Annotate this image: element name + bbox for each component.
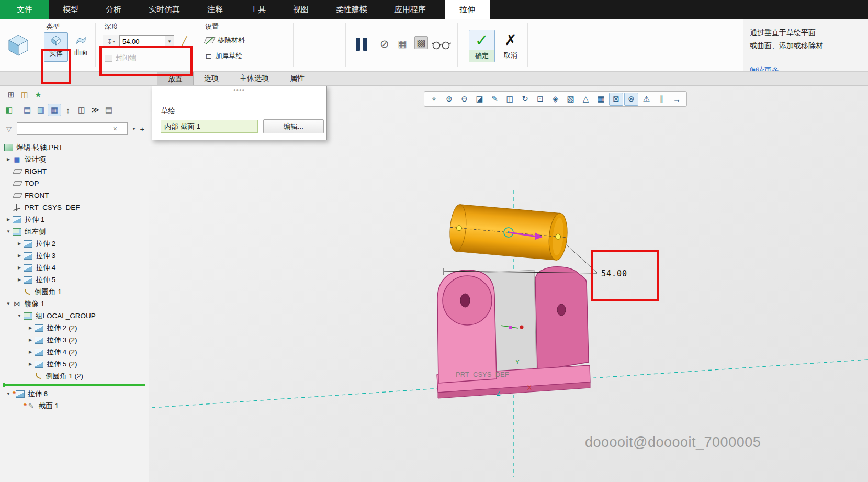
edit-sketch-button[interactable]: 编辑... (263, 119, 324, 133)
expand-arrow-icon[interactable]: ▶ (15, 277, 24, 282)
tree-item[interactable]: ▼⋈镜像 1 (0, 298, 149, 310)
expand-arrow-icon[interactable]: ▶ (15, 265, 24, 270)
tree-columns-icon[interactable]: ⊞ (4, 88, 18, 101)
read-more-link[interactable]: 阅读更多... (750, 64, 785, 71)
filter-clear-icon[interactable]: × (113, 125, 117, 133)
capture-icon[interactable]: ⊡ (533, 93, 547, 106)
zoom-in-icon[interactable]: ⊕ (442, 93, 456, 106)
scene-icon[interactable]: ▦ (594, 93, 608, 106)
overflow-chevron-icon[interactable]: ≫ (88, 104, 102, 116)
pause-icon[interactable]: ∥ (655, 93, 669, 106)
expand-arrow-icon[interactable]: ▼ (15, 313, 24, 318)
spin-center-icon[interactable]: ↻ (518, 93, 532, 106)
simulate-display-icon[interactable]: △ (579, 93, 593, 106)
tree-item[interactable]: **✎截面 1 (0, 400, 149, 412)
list-view-icon[interactable]: ▤ (20, 104, 34, 116)
menu-tab-3[interactable]: 分析 (92, 0, 135, 19)
tree-item[interactable]: ▶拉伸 3 (0, 250, 149, 262)
tree-item[interactable]: PRT_CSYS_DEF (0, 201, 149, 214)
thicken-sketch-toggle[interactable]: ⊏ 加厚草绘 (205, 51, 243, 61)
menu-tab-2[interactable]: 模型 (49, 0, 92, 19)
tree-item[interactable]: 倒圆角 1 (2) (0, 370, 149, 382)
graphics-canvas[interactable]: 54.00 Y X Z PRT_CSYS_DEF (149, 86, 868, 482)
expand-arrow-icon[interactable]: ▶ (4, 157, 13, 162)
tree-item[interactable]: ▶拉伸 4 (2) (0, 346, 149, 358)
pause-feature-button[interactable] (356, 38, 367, 51)
drag-handle-left[interactable] (456, 225, 462, 231)
zoom-refit-icon[interactable]: ⌖ (427, 93, 441, 106)
resume-icon[interactable]: → (670, 93, 684, 106)
expand-arrow-icon[interactable]: ▼ (4, 391, 13, 396)
drag-handle-right[interactable] (555, 234, 561, 240)
dashboard-tab-3[interactable]: 主体选项 (229, 72, 279, 85)
panel-drag-handle[interactable]: •••• (152, 87, 326, 93)
tree-item[interactable]: RIGHT (0, 165, 149, 177)
tree-item[interactable]: ▼组LOCAL_GROUP (0, 310, 149, 322)
model-display-icon[interactable]: ◧ (2, 104, 16, 116)
dashboard-tab-1[interactable]: 放置 (157, 72, 194, 85)
tree-item[interactable]: ▶拉伸 5 (2) (0, 358, 149, 370)
tree-item[interactable]: ▶拉伸 2 (0, 238, 149, 250)
layers-icon[interactable]: ◫ (18, 88, 31, 101)
bracket-model[interactable] (437, 267, 590, 398)
detail-list-icon[interactable]: ▥ (34, 104, 48, 116)
zoom-out-icon[interactable]: ⊖ (457, 93, 471, 106)
tree-item[interactable]: 倒圆角 1 (0, 286, 149, 298)
flip-direction-icon[interactable]: ╱ (177, 35, 191, 48)
display-style-icon[interactable]: ◫ (503, 93, 517, 106)
expand-arrow-icon[interactable]: ▼ (4, 301, 13, 306)
tree-item[interactable]: FRONT (0, 189, 149, 201)
menu-tab-7[interactable]: 视图 (279, 0, 322, 19)
insert-here-indicator[interactable] (3, 384, 145, 386)
expand-arrow-icon[interactable]: ▶ (26, 338, 35, 342)
columns-icon[interactable]: ◫ (75, 104, 88, 116)
repaint-icon[interactable]: ◪ (472, 93, 487, 106)
tree-item[interactable]: ▼**拉伸 6 (0, 388, 149, 400)
clip-icon[interactable]: ⊗ (624, 93, 638, 106)
sort-icon[interactable]: ↕ (61, 104, 75, 116)
graphics-area[interactable]: ⌖⊕⊖◪✎◫↻⊡◈▧△▦⊠⊗⚠∥→ (149, 86, 868, 482)
menu-tab-4[interactable]: 实时仿真 (135, 0, 194, 19)
expand-arrow-icon[interactable]: ▶ (4, 217, 13, 222)
no-preview-icon[interactable]: ⊘ (380, 38, 389, 50)
depth-option-button[interactable]: ↧▾ (103, 35, 119, 48)
confirm-button[interactable]: ✓ 确定 (469, 30, 495, 62)
cancel-button[interactable]: ✗ 取消 (498, 31, 523, 61)
tree-item[interactable]: ▶拉伸 5 (0, 274, 149, 286)
surface-type-button[interactable]: 曲面 (69, 32, 93, 62)
preview-geometry-icon[interactable]: ▩ (414, 36, 428, 49)
tree-item[interactable]: ▶拉伸 3 (2) (0, 334, 149, 346)
sketch-display-icon[interactable]: ▧ (563, 93, 578, 106)
dashboard-tab-2[interactable]: 选项 (194, 72, 229, 85)
remove-material-toggle[interactable]: 移除材料 (205, 36, 245, 45)
tree-item[interactable]: ▶拉伸 1 (0, 214, 149, 226)
favorites-icon[interactable]: ★ (31, 88, 45, 101)
expand-arrow-icon[interactable]: ▶ (26, 326, 35, 330)
expand-arrow-icon[interactable]: ▶ (15, 253, 24, 258)
sketch-reference-field[interactable]: 内部 截面 1 (161, 120, 258, 133)
verify-icon[interactable]: ▦ (398, 38, 407, 50)
filter-add-icon[interactable]: + (138, 125, 146, 133)
expand-arrow-icon[interactable]: ▶ (26, 350, 35, 354)
menu-tab-8[interactable]: 柔性建模 (322, 0, 381, 19)
menu-tab-5[interactable]: 注释 (194, 0, 236, 19)
tree-item[interactable]: ▶▦设计项 (0, 153, 149, 165)
bracket-right-hole[interactable] (557, 304, 566, 316)
annotate-icon[interactable]: ✎ (488, 93, 502, 106)
bracket-left-hole[interactable] (460, 294, 470, 307)
tree-filter-input[interactable] (17, 122, 128, 135)
menu-tab-6[interactable]: 工具 (236, 0, 279, 19)
filter-dropdown-icon[interactable]: ▾ (130, 126, 138, 131)
tree-item[interactable]: ▶拉伸 2 (2) (0, 322, 149, 334)
expand-arrow-icon[interactable]: ▶ (15, 241, 24, 246)
grid-view-icon[interactable]: ▦ (48, 104, 61, 116)
depth-value-input[interactable] (119, 35, 165, 48)
bracket-right-wall[interactable] (535, 267, 589, 371)
tree-item[interactable]: ▶拉伸 4 (0, 262, 149, 274)
preview-glasses-icon[interactable] (432, 41, 451, 52)
select-filter-icon[interactable]: ⊠ (609, 93, 623, 106)
depth-dropdown-icon[interactable]: ▾ (165, 35, 174, 48)
tree-item[interactable]: TOP (0, 177, 149, 189)
menu-tab-10[interactable]: 拉伸 (445, 0, 490, 19)
warning-icon[interactable]: ⚠ (639, 93, 653, 106)
